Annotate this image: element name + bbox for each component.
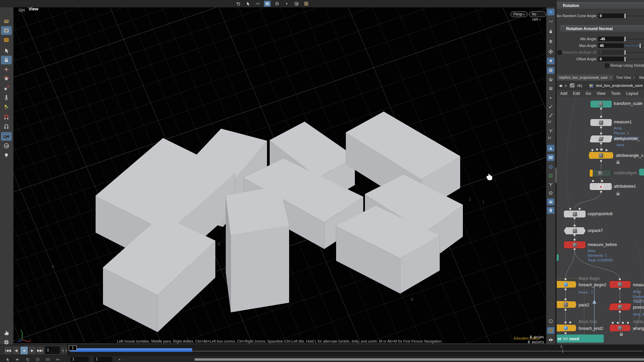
- shelf-tool-icon[interactable]: [264, 1, 271, 7]
- pane-tab-1[interactable]: /obj/test_box_projectsneak_save×: [557, 74, 614, 81]
- slider-handle[interactable]: [625, 57, 626, 61]
- secure-selection-tool-button[interactable]: [1, 56, 12, 64]
- node-label[interactable]: measu: [633, 283, 644, 287]
- points-display-button[interactable]: [547, 95, 554, 101]
- desktop-icon-3-button[interactable]: [1, 36, 12, 44]
- tab-close-icon[interactable]: ×: [610, 74, 612, 81]
- node-foreach_begin2[interactable]: [557, 281, 576, 288]
- grid-overlay-button-button[interactable]: [547, 327, 554, 334]
- param-slider[interactable]: [624, 39, 644, 39]
- node-label[interactable]: attribpromote_: [614, 136, 640, 141]
- menu-view[interactable]: View: [597, 91, 605, 96]
- reflections-toggle-button[interactable]: [547, 85, 554, 92]
- section-header-rotation-around-normal[interactable]: Rotation Around Normal: [560, 25, 644, 33]
- no-cam-button[interactable]: No cam ▾: [529, 11, 546, 17]
- point-normals-display-button[interactable]: [547, 103, 554, 110]
- display-objects-toggle-button[interactable]: [547, 9, 554, 15]
- node-label[interactable]: foreach_end2: [579, 326, 603, 331]
- node-label[interactable]: attribdelete1: [614, 184, 636, 189]
- breadcrumb-obj[interactable]: obj: [577, 83, 582, 87]
- range-start-field[interactable]: 1: [70, 357, 89, 362]
- pose-tool-button[interactable]: [1, 93, 12, 102]
- slider-handle[interactable]: [625, 37, 626, 41]
- point-numbers-display-button[interactable]: [547, 112, 554, 119]
- display-lock-toggle-button[interactable]: [547, 28, 554, 35]
- light-tool-button[interactable]: [1, 151, 12, 160]
- param-slider[interactable]: [624, 46, 644, 46]
- param-value-field[interactable]: 45: [598, 43, 624, 48]
- rotate-tool-button[interactable]: [1, 74, 12, 83]
- high-quality-lighting-toggle-button[interactable]: [547, 67, 554, 74]
- node-attribdelete1[interactable]: ✕: [590, 183, 612, 190]
- nav-forward-button[interactable]: ▶: [565, 83, 568, 88]
- desktop-icon-2-button[interactable]: [1, 26, 12, 35]
- playhead-marker[interactable]: 1: [69, 346, 77, 351]
- normal-lighting-toggle-button[interactable]: [547, 58, 554, 64]
- param-value-field[interactable]: -45: [598, 37, 624, 41]
- node-label[interactable]: attribwrangle_s: [616, 153, 643, 158]
- timeline[interactable]: 1 5: [67, 345, 644, 356]
- display-geometry-toggle-button[interactable]: [547, 18, 554, 25]
- template-objects-toggle-button[interactable]: [547, 172, 554, 179]
- node-label[interactable]: promo: [633, 305, 644, 310]
- realtime-toggle-button[interactable]: [34, 356, 42, 362]
- shelf-tool-icon[interactable]: [274, 1, 280, 7]
- shelf-overflow-dots[interactable]: · · ·: [18, 1, 28, 5]
- breadcrumb-node-name[interactable]: test_box_projectsneak_save: [596, 83, 643, 87]
- node-scatteralign4[interactable]: [590, 170, 611, 177]
- timeline-range-bar[interactable]: [70, 348, 192, 352]
- node-label[interactable]: unpack7: [588, 228, 603, 233]
- node-wrangle-loop[interactable]: [609, 324, 631, 331]
- node-measure-loop[interactable]: [609, 281, 631, 288]
- view-camera-tool-button[interactable]: [1, 132, 12, 141]
- info-button-button[interactable]: i: [547, 318, 554, 324]
- wire-over-shaded-toggle-button[interactable]: [547, 154, 554, 161]
- slider-handle[interactable]: [625, 14, 626, 18]
- select-tool-button[interactable]: [1, 46, 12, 55]
- menu-layout[interactable]: Layout: [626, 91, 638, 96]
- shaded-mode-toggle-button[interactable]: [547, 145, 554, 152]
- snap-magnet-tool-button[interactable]: [1, 113, 12, 121]
- node-label[interactable]: copytopoints6: [588, 212, 612, 216]
- desktop-icon-1-button[interactable]: [1, 17, 12, 25]
- shelf-tool-icon[interactable]: [283, 1, 290, 7]
- param-value-field[interactable]: 0: [598, 57, 624, 61]
- node-measure_before[interactable]: [564, 241, 586, 248]
- ghost-objects-toggle-button[interactable]: [547, 164, 554, 170]
- menu-tools[interactable]: Tools: [611, 91, 621, 96]
- node-measure1[interactable]: [590, 119, 612, 126]
- node-transform_scale[interactable]: [590, 101, 612, 108]
- keyframe-options-button[interactable]: [54, 356, 62, 362]
- range-end-field[interactable]: 1: [94, 357, 112, 362]
- node-uvlayout_seed-fragment[interactable]: [557, 254, 559, 261]
- menu-add[interactable]: Add: [560, 91, 567, 96]
- tab-close-icon[interactable]: ×: [633, 74, 635, 81]
- shelf-tool-icon[interactable]: [303, 1, 310, 7]
- stop-button[interactable]: ■: [20, 346, 28, 355]
- node-label[interactable]: measure_before: [588, 242, 617, 247]
- visibility-button-button[interactable]: [547, 337, 554, 343]
- param-slider[interactable]: [624, 59, 644, 59]
- network-editor[interactable]: transform_scalemeasure1AreaPieces: 1Tota…: [557, 97, 644, 345]
- pointer-option-button[interactable]: [3, 356, 11, 362]
- menu-go[interactable]: Go: [586, 91, 591, 96]
- param-slider[interactable]: [624, 16, 644, 16]
- node-scatteralign-neighbor[interactable]: [639, 169, 644, 176]
- nav-back-button[interactable]: ◀▾: [559, 83, 563, 88]
- node-foreach_end2[interactable]: [557, 324, 576, 331]
- character-tool-button[interactable]: [1, 103, 12, 111]
- range-expand-handle[interactable]: ▸: [116, 356, 124, 362]
- shadows-toggle-button[interactable]: [547, 76, 554, 83]
- node-copytopoints6[interactable]: [564, 210, 586, 218]
- pane-view-tool-button[interactable]: [1, 141, 12, 150]
- pan-hand-tool-button[interactable]: [1, 328, 12, 337]
- play-button[interactable]: ▶: [28, 346, 36, 355]
- remap-checkbox[interactable]: [605, 63, 609, 68]
- shelf-tool-icon[interactable]: [235, 1, 241, 7]
- translate-tool-button[interactable]: [1, 65, 12, 74]
- node-attribwrangle_scale[interactable]: [589, 152, 613, 159]
- background-image-toggle-button[interactable]: [547, 198, 554, 205]
- headlight-toggle-button[interactable]: [547, 48, 554, 55]
- circle-display-button[interactable]: [547, 190, 554, 196]
- node-attribpromote[interactable]: [589, 135, 612, 142]
